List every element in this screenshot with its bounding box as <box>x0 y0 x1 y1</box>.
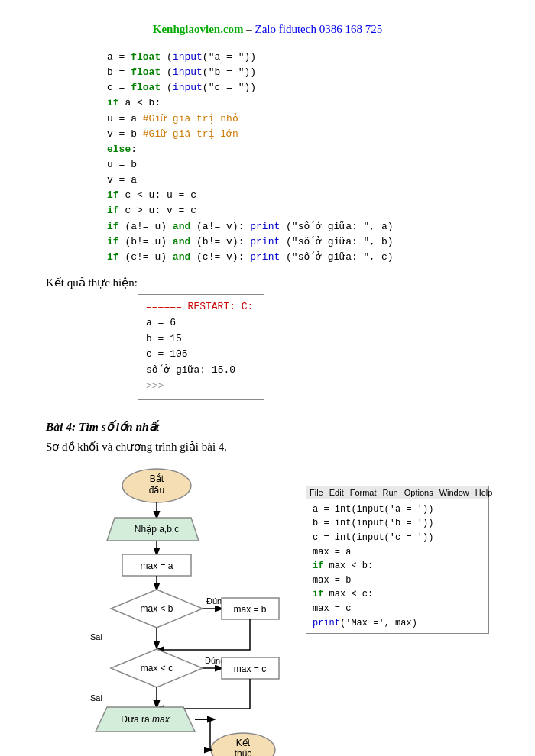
svg-text:max < b: max < b <box>140 603 173 614</box>
code-line: print('Max =', max) <box>313 616 482 631</box>
result-box-1: ====== RESTART: C: a = 6 b = 15 c = 105 … <box>138 294 264 400</box>
code-line: v = a <box>107 173 489 188</box>
svg-text:max = b: max = b <box>233 604 266 615</box>
code-line: if (b!= u) and (b!= v): print ("số ở giữ… <box>107 234 489 250</box>
code-line: else: <box>107 142 489 157</box>
site-name: Kenhgiaovien.com <box>153 23 244 35</box>
menu-item[interactable]: Window <box>439 488 469 497</box>
prompt: >>> <box>146 379 253 395</box>
menu-item[interactable]: Help <box>475 488 493 497</box>
code-line: b = int(input('b = ')) <box>313 516 482 531</box>
svg-text:Bắt: Bắt <box>150 473 164 484</box>
code-line: if c < u: u = c <box>107 188 489 203</box>
result-b: b = 15 <box>146 331 253 347</box>
code-line: if c > u: v = c <box>107 203 489 218</box>
svg-text:Sai: Sai <box>90 693 102 703</box>
svg-text:Đưa ra max: Đưa ra max <box>121 714 170 725</box>
code-line: a = float (input("a = ")) <box>107 50 489 65</box>
code-line: max = c <box>313 602 482 616</box>
code-line: max = b <box>313 573 482 588</box>
menu-item[interactable]: Run <box>383 488 398 497</box>
code-line: if max < b: <box>313 559 482 573</box>
flowchart-svg: Bắt đầu Nhập a,b,c max = a max < b Đúng … <box>46 463 290 756</box>
svg-text:max = a: max = a <box>140 561 173 571</box>
result-c: c = 105 <box>146 347 253 363</box>
svg-text:max < c: max < c <box>141 663 173 674</box>
code-line: if (c!= u) and (c!= v): print ("số ở giữ… <box>107 250 489 265</box>
bai4-title: Bài 4: Tìm số lớn nhất <box>46 420 489 434</box>
code-line: c = float (input("c = ")) <box>107 80 489 95</box>
svg-text:max = c: max = c <box>234 664 266 674</box>
menu-item[interactable]: File <box>310 488 323 497</box>
code-line: b = float (input("b = ")) <box>107 65 489 80</box>
menu-item[interactable]: Format <box>350 488 377 497</box>
code-line: if max < c: <box>313 587 482 602</box>
page-header: Kenhgiaovien.com – Zalo fidutech 0386 16… <box>46 23 489 36</box>
result-giua: số ở giữa: 15.0 <box>146 363 253 379</box>
svg-text:thúc: thúc <box>235 748 252 756</box>
code-block-1: a = float (input("a = "))b = float (inpu… <box>107 50 489 265</box>
code-line: max = a <box>313 545 482 560</box>
code-line: c = int(input('c = ')) <box>313 531 482 545</box>
code-line: if a < b: <box>107 95 489 111</box>
flowchart-area: Bắt đầu Nhập a,b,c max = a max < b Đúng … <box>46 463 489 756</box>
svg-text:Kết: Kết <box>236 738 251 748</box>
menu-item[interactable]: Options <box>404 488 433 497</box>
dash: – <box>244 23 255 35</box>
restart-line: ====== RESTART: C: <box>146 299 253 315</box>
flowchart: Bắt đầu Nhập a,b,c max = a max < b Đúng … <box>46 463 298 756</box>
svg-text:đầu: đầu <box>149 485 164 496</box>
bai4-desc: Sơ đồ khối và chương trình giải bài 4. <box>46 440 489 454</box>
code-line: u = b <box>107 157 489 173</box>
code-menu: FileEditFormatRunOptionsWindowHelp <box>306 486 488 499</box>
code-line: u = a #Giữ giá trị nhỏ <box>107 111 489 127</box>
result-label-1: Kết quả thực hiện: <box>46 276 489 289</box>
code-line: v = b #Giữ giá trị lớn <box>107 127 489 142</box>
code-body-right: a = int(input('a = '))b = int(input('b =… <box>306 499 488 633</box>
svg-text:Nhập a,b,c: Nhập a,b,c <box>135 524 179 535</box>
code-line: a = int(input('a = ')) <box>313 502 482 517</box>
result-a: a = 6 <box>146 315 253 331</box>
menu-item[interactable]: Edit <box>329 488 344 497</box>
svg-text:Sai: Sai <box>90 632 102 641</box>
code-line: if (a!= u) and (a!= v): print ("số ở giữ… <box>107 219 489 234</box>
zalo-link[interactable]: Zalo fidutech 0386 168 725 <box>255 23 383 35</box>
code-box-right: FileEditFormatRunOptionsWindowHelp a = i… <box>306 486 489 634</box>
